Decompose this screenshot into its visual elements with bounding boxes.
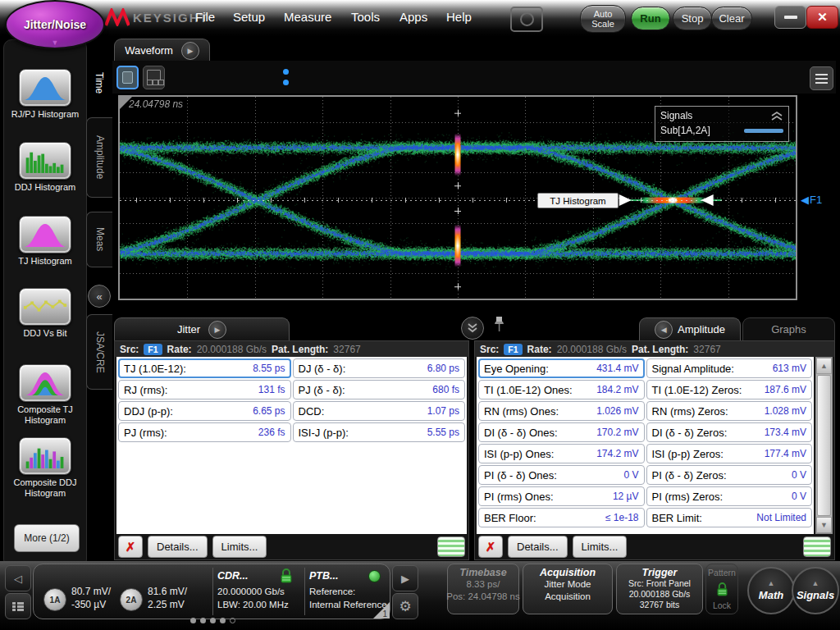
measurement-row[interactable]: TI (1.0E-12) Ones:184.2 mV — [478, 380, 645, 399]
scrollbar-thumb[interactable] — [817, 375, 831, 516]
trigger-status-block[interactable]: Trigger Src: Front Panel 20.000188 Gb/s … — [616, 564, 703, 614]
channel-2a-button[interactable]: 2A — [120, 588, 143, 611]
amplitude-measurements: Eye Opening:431.4 mVSignal Amplitude:613… — [477, 357, 814, 534]
collapse-results-button[interactable] — [461, 317, 484, 340]
sidebar-item-composite-tj-histogram[interactable]: Composite TJ Histogram — [4, 364, 86, 426]
sidebar-item-ddj-vs-bit[interactable]: DDJ Vs Bit — [4, 288, 86, 339]
math-button[interactable]: ▲ Math — [747, 567, 795, 614]
panel-layout-button[interactable] — [5, 593, 31, 619]
sidebar-collapse-button[interactable]: « — [88, 285, 111, 308]
jitter-src-badge[interactable]: F1 — [144, 344, 162, 355]
channel-2a-readout[interactable]: 81.6 mV/ 2.25 mV — [148, 585, 187, 611]
pin-panel-button[interactable] — [494, 316, 504, 337]
menu-apps[interactable]: Apps — [399, 10, 427, 24]
measurement-row[interactable]: PJ (rms):236 fs — [118, 422, 291, 442]
auto-scale-button[interactable]: AutoScale — [580, 5, 626, 33]
amplitude-tab-menu-icon[interactable]: ◀ — [655, 321, 673, 339]
tab-time[interactable]: Time — [86, 62, 112, 104]
waveform-tab-menu-icon[interactable]: ▶ — [181, 42, 199, 60]
measurement-row[interactable]: TI (1.0E-12) Zeros:187.6 mV — [646, 380, 813, 399]
tab-jsa-cre[interactable]: JSA/CRE — [86, 314, 112, 390]
f1-source-marker[interactable]: ◀ F1 — [801, 194, 822, 206]
measurement-row[interactable]: DI (δ - δ) Zeros:173.4 mV — [646, 422, 813, 442]
channel-1a-button[interactable]: 1A — [43, 588, 66, 611]
measurement-row[interactable]: BER Floor:≤ 1e-18 — [478, 508, 645, 527]
measurement-row[interactable]: RJ (rms):131 fs — [118, 380, 291, 399]
measurement-row[interactable]: DCD:1.07 ps — [293, 401, 466, 421]
screenshot-camera-button[interactable] — [510, 7, 543, 32]
menu-measure[interactable]: Measure — [284, 10, 331, 24]
measurement-row[interactable]: Eye Opening:431.4 mV — [478, 358, 645, 378]
measurement-row[interactable]: DI (δ - δ) Ones:170.2 mV — [478, 422, 645, 442]
timebase-status-block[interactable]: Timebase 8.33 ps/ Pos: 24.04798 ns — [447, 564, 519, 614]
scroll-down-icon[interactable]: ▼ — [816, 517, 832, 533]
amplitude-src-badge[interactable]: F1 — [504, 344, 522, 355]
sidebar-item-rj-pj-histogram[interactable]: RJ/PJ Histogram — [4, 69, 86, 120]
measurement-row[interactable]: PI (rms) Zeros:0 V — [646, 486, 813, 506]
measurement-row[interactable]: BER Limit:Not Limited — [646, 508, 813, 527]
minimize-button[interactable] — [774, 6, 806, 29]
tj-histogram-marker-label[interactable]: TJ Histogram — [537, 193, 619, 208]
measurement-row[interactable]: ISI-J (p-p):5.55 ps — [293, 422, 466, 442]
grid-view-button[interactable] — [143, 66, 165, 89]
drag-handle-icon[interactable] — [283, 69, 289, 85]
tab-amplitude[interactable]: ◀ Amplitude — [639, 317, 741, 340]
measurement-row[interactable]: RN (rms) Zeros:1.028 mV — [646, 401, 813, 421]
tab-meas[interactable]: Meas — [86, 212, 112, 267]
measurement-row[interactable]: PJ (δ - δ):680 fs — [293, 380, 466, 399]
stop-button[interactable]: Stop — [673, 7, 712, 30]
run-button[interactable]: Run — [631, 7, 670, 30]
plot-menu-button[interactable] — [810, 66, 833, 90]
menu-setup[interactable]: Setup — [233, 10, 265, 24]
close-button[interactable]: ✕ — [806, 6, 838, 29]
app-logo[interactable]: Jitter/Noise ▼ — [5, 0, 105, 49]
menu-help[interactable]: Help — [446, 10, 472, 24]
measurement-row[interactable]: ISI (p-p) Ones:174.2 mV — [478, 444, 645, 463]
pin-icon — [494, 316, 504, 334]
tab-graphs[interactable]: Graphs — [742, 317, 835, 340]
single-view-button[interactable] — [116, 66, 139, 89]
sidebar-item-composite-ddj-histogram[interactable]: Composite DDJ Histogram — [4, 437, 86, 499]
tab-amplitude-side[interactable]: Amplitude — [86, 117, 112, 198]
signals-button[interactable]: ▲ Signals — [792, 567, 839, 614]
menu-tools[interactable]: Tools — [351, 10, 380, 24]
menu-file[interactable]: File — [195, 10, 215, 24]
acquisition-status-block[interactable]: Acquisition Jitter Mode Acquisition — [523, 564, 613, 614]
scroll-panels-left-button[interactable]: ◁ — [5, 565, 31, 591]
scroll-up-icon[interactable]: ▲ — [816, 358, 832, 374]
pattern-lock-block[interactable]: Pattern Lock — [705, 564, 738, 614]
measurement-label: BER Floor: — [484, 512, 536, 524]
jitter-delete-button[interactable]: ✗ — [118, 536, 143, 558]
measurement-row[interactable]: RN (rms) Ones:1.026 mV — [478, 401, 645, 421]
sidebar-item-tj-histogram[interactable]: TJ Histogram — [4, 216, 86, 267]
measurement-row[interactable]: Signal Amplitude:613 mV — [646, 358, 813, 378]
panel-page-dots — [190, 618, 235, 623]
tab-jitter[interactable]: Jitter ▶ — [114, 317, 290, 340]
amplitude-limits-button[interactable]: Limits... — [573, 536, 628, 558]
jitter-limits-button[interactable]: Limits... — [212, 536, 267, 558]
legend-collapse-icon[interactable] — [770, 112, 783, 121]
measurement-row[interactable]: DDJ (p-p):6.65 ps — [118, 401, 291, 421]
jitter-tab-menu-icon[interactable]: ▶ — [208, 321, 226, 339]
amplitude-scrollbar[interactable]: ▲ ▼ — [815, 357, 833, 534]
jitter-histogram-view-button[interactable] — [437, 536, 465, 557]
tab-waveform[interactable]: Waveform ▶ — [114, 39, 210, 62]
amplitude-delete-button[interactable]: ✗ — [478, 536, 503, 558]
settings-button[interactable]: ⚙ — [392, 593, 418, 619]
measurement-row[interactable]: TJ (1.0E-12):8.55 ps — [118, 358, 291, 378]
amplitude-source-row: Src: F1 Rate: 20.000188 Gb/s Pat. Length… — [475, 341, 834, 357]
measurement-row[interactable]: PI (rms) Ones:12 µV — [478, 486, 645, 506]
more-button[interactable]: More (1/2) — [14, 524, 80, 552]
amplitude-details-button[interactable]: Details... — [508, 536, 568, 558]
measurement-row[interactable]: PI (δ - δ) Ones:0 V — [478, 465, 645, 485]
clear-button[interactable]: Clear — [711, 7, 752, 30]
channel-1a-readout[interactable]: 80.7 mV/ -350 µV — [71, 585, 111, 611]
measurement-row[interactable]: PI (δ - δ) Zeros:0 V — [646, 465, 813, 485]
jitter-details-button[interactable]: Details... — [148, 536, 208, 558]
measurement-row[interactable]: DJ (δ - δ):6.80 ps — [293, 358, 466, 378]
measurement-row[interactable]: ISI (p-p) Zeros:177.4 mV — [646, 444, 813, 463]
signals-legend[interactable]: Signals Sub[1A,2A] — [655, 106, 789, 142]
scroll-panels-right-button[interactable]: ▶ — [392, 565, 418, 591]
amplitude-histogram-view-button[interactable] — [803, 536, 831, 557]
sidebar-item-ddj-histogram[interactable]: DDJ Histogram — [4, 142, 86, 193]
